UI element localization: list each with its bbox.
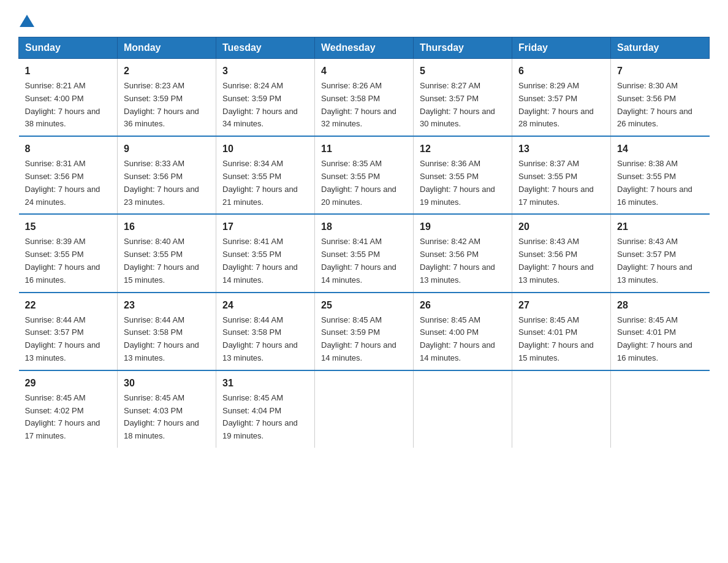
calendar-day-cell: 5 Sunrise: 8:27 AMSunset: 3:57 PMDayligh…: [414, 59, 512, 137]
day-number: 11: [321, 142, 407, 156]
day-number: 30: [124, 376, 210, 391]
calendar-day-cell: 28 Sunrise: 8:45 AMSunset: 4:01 PMDaylig…: [611, 293, 710, 370]
day-number: 17: [222, 220, 308, 234]
calendar-day-cell: 2 Sunrise: 8:23 AMSunset: 3:59 PMDayligh…: [118, 59, 216, 137]
day-info: Sunrise: 8:45 AMSunset: 4:01 PMDaylight:…: [518, 315, 594, 362]
day-info: Sunrise: 8:43 AMSunset: 3:57 PMDaylight:…: [617, 237, 692, 284]
day-info: Sunrise: 8:31 AMSunset: 3:56 PMDaylight:…: [25, 159, 100, 206]
day-info: Sunrise: 8:38 AMSunset: 3:55 PMDaylight:…: [617, 159, 692, 206]
calendar-day-cell: 26 Sunrise: 8:45 AMSunset: 4:00 PMDaylig…: [414, 293, 512, 370]
day-info: Sunrise: 8:41 AMSunset: 3:55 PMDaylight:…: [321, 237, 396, 284]
calendar-day-cell: 8 Sunrise: 8:31 AMSunset: 3:56 PMDayligh…: [19, 136, 118, 214]
calendar-day-cell: [414, 370, 512, 448]
day-number: 28: [617, 298, 703, 313]
day-info: Sunrise: 8:33 AMSunset: 3:56 PMDaylight:…: [124, 159, 199, 206]
calendar-day-cell: 12 Sunrise: 8:36 AMSunset: 3:55 PMDaylig…: [414, 136, 512, 214]
day-number: 12: [420, 142, 506, 156]
calendar-week-row: 8 Sunrise: 8:31 AMSunset: 3:56 PMDayligh…: [19, 136, 710, 214]
calendar-day-cell: 9 Sunrise: 8:33 AMSunset: 3:56 PMDayligh…: [118, 136, 216, 214]
header-tuesday: Tuesday: [216, 37, 315, 59]
calendar-day-cell: 18 Sunrise: 8:41 AMSunset: 3:55 PMDaylig…: [315, 214, 414, 292]
day-number: 6: [518, 64, 604, 79]
header-sunday: Sunday: [19, 37, 118, 59]
calendar-day-cell: 1 Sunrise: 8:21 AMSunset: 4:00 PMDayligh…: [19, 59, 118, 137]
day-number: 9: [124, 142, 210, 156]
calendar-day-cell: 10 Sunrise: 8:34 AMSunset: 3:55 PMDaylig…: [216, 136, 315, 214]
day-info: Sunrise: 8:24 AMSunset: 3:59 PMDaylight:…: [222, 81, 298, 128]
day-number: 3: [222, 64, 308, 79]
day-info: Sunrise: 8:36 AMSunset: 3:55 PMDaylight:…: [420, 159, 495, 206]
day-number: 22: [25, 298, 112, 313]
header-thursday: Thursday: [414, 37, 512, 59]
calendar-week-row: 29 Sunrise: 8:45 AMSunset: 4:02 PMDaylig…: [19, 370, 710, 448]
day-info: Sunrise: 8:23 AMSunset: 3:59 PMDaylight:…: [124, 81, 199, 128]
calendar-day-cell: 15 Sunrise: 8:39 AMSunset: 3:55 PMDaylig…: [19, 214, 118, 292]
day-info: Sunrise: 8:34 AMSunset: 3:55 PMDaylight:…: [222, 159, 298, 206]
day-number: 5: [420, 64, 506, 79]
day-number: 14: [617, 142, 703, 156]
day-number: 21: [617, 220, 703, 234]
day-number: 31: [222, 376, 308, 391]
day-number: 23: [124, 298, 210, 313]
day-info: Sunrise: 8:41 AMSunset: 3:55 PMDaylight:…: [222, 237, 298, 284]
page-header: [18, 12, 710, 25]
calendar-day-cell: 7 Sunrise: 8:30 AMSunset: 3:56 PMDayligh…: [611, 59, 710, 137]
calendar-day-cell: 25 Sunrise: 8:45 AMSunset: 3:59 PMDaylig…: [315, 293, 414, 370]
day-number: 29: [25, 376, 112, 391]
calendar-day-cell: 4 Sunrise: 8:26 AMSunset: 3:58 PMDayligh…: [315, 59, 414, 137]
calendar-week-row: 22 Sunrise: 8:44 AMSunset: 3:57 PMDaylig…: [19, 293, 710, 370]
day-number: 15: [25, 220, 112, 234]
day-info: Sunrise: 8:44 AMSunset: 3:58 PMDaylight:…: [222, 315, 298, 362]
calendar-day-cell: 21 Sunrise: 8:43 AMSunset: 3:57 PMDaylig…: [611, 214, 710, 292]
day-info: Sunrise: 8:45 AMSunset: 4:02 PMDaylight:…: [25, 393, 100, 440]
calendar-day-cell: 3 Sunrise: 8:24 AMSunset: 3:59 PMDayligh…: [216, 59, 315, 137]
day-number: 20: [518, 220, 604, 234]
day-number: 18: [321, 220, 407, 234]
header-monday: Monday: [118, 37, 216, 59]
day-info: Sunrise: 8:26 AMSunset: 3:58 PMDaylight:…: [321, 81, 396, 128]
calendar-day-cell: [611, 370, 710, 448]
day-info: Sunrise: 8:44 AMSunset: 3:57 PMDaylight:…: [25, 315, 100, 362]
header-row: SundayMondayTuesdayWednesdayThursdayFrid…: [19, 37, 710, 59]
header-wednesday: Wednesday: [315, 37, 414, 59]
calendar-day-cell: [512, 370, 611, 448]
calendar-day-cell: 31 Sunrise: 8:45 AMSunset: 4:04 PMDaylig…: [216, 370, 315, 448]
day-info: Sunrise: 8:29 AMSunset: 3:57 PMDaylight:…: [518, 81, 594, 128]
logo: [18, 12, 36, 25]
calendar-day-cell: 24 Sunrise: 8:44 AMSunset: 3:58 PMDaylig…: [216, 293, 315, 370]
calendar-day-cell: 27 Sunrise: 8:45 AMSunset: 4:01 PMDaylig…: [512, 293, 611, 370]
day-number: 7: [617, 64, 703, 79]
day-info: Sunrise: 8:40 AMSunset: 3:55 PMDaylight:…: [124, 237, 199, 284]
day-number: 2: [124, 64, 210, 79]
day-info: Sunrise: 8:45 AMSunset: 3:59 PMDaylight:…: [321, 315, 396, 362]
day-number: 26: [420, 298, 506, 313]
day-number: 1: [25, 64, 112, 79]
day-info: Sunrise: 8:35 AMSunset: 3:55 PMDaylight:…: [321, 159, 396, 206]
calendar-day-cell: 13 Sunrise: 8:37 AMSunset: 3:55 PMDaylig…: [512, 136, 611, 214]
day-info: Sunrise: 8:43 AMSunset: 3:56 PMDaylight:…: [518, 237, 594, 284]
calendar-day-cell: 16 Sunrise: 8:40 AMSunset: 3:55 PMDaylig…: [118, 214, 216, 292]
calendar-day-cell: 19 Sunrise: 8:42 AMSunset: 3:56 PMDaylig…: [414, 214, 512, 292]
calendar-header: SundayMondayTuesdayWednesdayThursdayFrid…: [19, 37, 710, 59]
calendar-week-row: 15 Sunrise: 8:39 AMSunset: 3:55 PMDaylig…: [19, 214, 710, 292]
calendar-table: SundayMondayTuesdayWednesdayThursdayFrid…: [18, 37, 710, 448]
calendar-day-cell: 22 Sunrise: 8:44 AMSunset: 3:57 PMDaylig…: [19, 293, 118, 370]
day-info: Sunrise: 8:30 AMSunset: 3:56 PMDaylight:…: [617, 81, 692, 128]
day-info: Sunrise: 8:45 AMSunset: 4:04 PMDaylight:…: [222, 393, 298, 440]
calendar-day-cell: 20 Sunrise: 8:43 AMSunset: 3:56 PMDaylig…: [512, 214, 611, 292]
day-number: 8: [25, 142, 112, 156]
day-info: Sunrise: 8:42 AMSunset: 3:56 PMDaylight:…: [420, 237, 495, 284]
day-number: 24: [222, 298, 308, 313]
calendar-day-cell: 11 Sunrise: 8:35 AMSunset: 3:55 PMDaylig…: [315, 136, 414, 214]
day-info: Sunrise: 8:39 AMSunset: 3:55 PMDaylight:…: [25, 237, 100, 284]
day-info: Sunrise: 8:37 AMSunset: 3:55 PMDaylight:…: [518, 159, 594, 206]
day-info: Sunrise: 8:21 AMSunset: 4:00 PMDaylight:…: [25, 81, 100, 128]
calendar-week-row: 1 Sunrise: 8:21 AMSunset: 4:00 PMDayligh…: [19, 59, 710, 137]
calendar-day-cell: 17 Sunrise: 8:41 AMSunset: 3:55 PMDaylig…: [216, 214, 315, 292]
header-friday: Friday: [512, 37, 611, 59]
calendar-day-cell: 6 Sunrise: 8:29 AMSunset: 3:57 PMDayligh…: [512, 59, 611, 137]
day-info: Sunrise: 8:44 AMSunset: 3:58 PMDaylight:…: [124, 315, 199, 362]
day-number: 13: [518, 142, 604, 156]
day-number: 25: [321, 298, 407, 313]
day-number: 27: [518, 298, 604, 313]
